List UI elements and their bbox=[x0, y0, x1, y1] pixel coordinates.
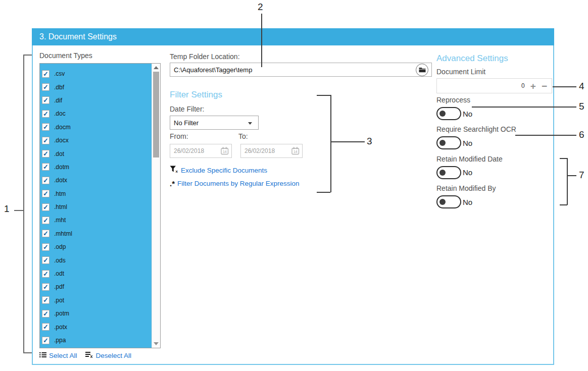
list-item[interactable]: ✓.dotx bbox=[40, 174, 152, 187]
toggle-switch-off[interactable] bbox=[436, 166, 461, 179]
checkbox-checked-icon[interactable]: ✓ bbox=[42, 256, 50, 264]
callout-line bbox=[23, 55, 32, 56]
browse-folder-button[interactable] bbox=[416, 64, 428, 76]
checkbox-checked-icon[interactable]: ✓ bbox=[42, 96, 50, 104]
checkbox-checked-icon[interactable]: ✓ bbox=[42, 217, 50, 224]
callout-6-number: 6 bbox=[579, 129, 584, 140]
callout-line bbox=[331, 141, 365, 142]
svg-text:14: 14 bbox=[223, 150, 227, 153]
checkbox-checked-icon[interactable]: ✓ bbox=[42, 323, 50, 331]
list-item-label: .mhtml bbox=[54, 230, 72, 237]
callout-line bbox=[567, 158, 568, 205]
list-item[interactable]: ✓.html bbox=[40, 200, 152, 214]
list-item-label: .dot bbox=[54, 150, 64, 157]
scroll-down-icon[interactable] bbox=[154, 342, 159, 345]
document-limit-value: 0 bbox=[521, 82, 525, 89]
checkbox-checked-icon[interactable]: ✓ bbox=[42, 310, 50, 317]
list-item[interactable]: ✓.dbf bbox=[40, 80, 152, 93]
checkbox-checked-icon[interactable]: ✓ bbox=[42, 83, 50, 91]
toggle-state: No bbox=[463, 168, 472, 177]
checkbox-checked-icon[interactable]: ✓ bbox=[42, 337, 50, 344]
toggle-label: Retain Modified By bbox=[436, 184, 563, 192]
deselect-all-link[interactable]: x Deselect All bbox=[85, 351, 132, 359]
list-item[interactable]: ✓.potm bbox=[40, 307, 152, 320]
list-item-label: .csv bbox=[54, 70, 65, 77]
date-filter-label: Date Filter: bbox=[170, 105, 204, 113]
temp-folder-input[interactable] bbox=[170, 63, 432, 77]
list-item[interactable]: ✓.odp bbox=[40, 240, 152, 253]
document-types-list[interactable]: ✓.csv✓.dbf✓.dif✓.doc✓.docm✓.docx✓.dot✓.d… bbox=[39, 63, 161, 348]
list-item[interactable]: ✓.mht bbox=[40, 214, 152, 227]
checkbox-checked-icon[interactable]: ✓ bbox=[42, 110, 50, 118]
checkbox-checked-icon[interactable]: ✓ bbox=[42, 123, 50, 131]
checkbox-checked-icon[interactable]: ✓ bbox=[42, 177, 50, 184]
list-item-label: .dbf bbox=[54, 84, 64, 91]
checkbox-checked-icon[interactable]: ✓ bbox=[42, 70, 50, 78]
callout-line bbox=[261, 14, 262, 67]
checkbox-checked-icon[interactable]: ✓ bbox=[42, 137, 50, 144]
toggle-switch-off[interactable] bbox=[436, 136, 461, 149]
checkbox-checked-icon[interactable]: ✓ bbox=[42, 203, 50, 211]
list-item-label: .docm bbox=[54, 124, 71, 131]
checkbox-checked-icon[interactable]: ✓ bbox=[42, 296, 50, 304]
list-item[interactable]: ✓.htm bbox=[40, 187, 152, 200]
callout-line bbox=[553, 86, 576, 87]
temp-folder-label: Temp Folder Location: bbox=[170, 52, 240, 61]
toggle-knob bbox=[439, 170, 446, 176]
regex-icon: .* bbox=[170, 181, 175, 187]
decrement-icon[interactable]: − bbox=[542, 81, 547, 91]
document-types-selection: ✓.csv✓.dbf✓.dif✓.doc✓.docm✓.docx✓.dot✓.d… bbox=[40, 64, 152, 348]
checkbox-checked-icon[interactable]: ✓ bbox=[42, 163, 50, 171]
toggle-switch-off[interactable] bbox=[436, 195, 461, 208]
scrollbar-thumb[interactable] bbox=[153, 72, 159, 157]
list-item-label: .odp bbox=[54, 243, 66, 250]
callout-7-number: 7 bbox=[579, 170, 584, 181]
toggle-row: ReprocessNo bbox=[436, 96, 563, 120]
select-all-link[interactable]: Select All bbox=[39, 351, 77, 359]
list-item[interactable]: ✓.pot bbox=[40, 294, 152, 307]
list-item[interactable]: ✓.dotm bbox=[40, 161, 152, 174]
list-item-label: .dotm bbox=[54, 164, 69, 171]
regex-filter-link[interactable]: .* Filter Documents by Regular Expressio… bbox=[170, 180, 300, 187]
scrollbar[interactable] bbox=[152, 64, 160, 348]
checkbox-checked-icon[interactable]: ✓ bbox=[42, 190, 50, 197]
checkbox-checked-icon[interactable]: ✓ bbox=[42, 283, 50, 291]
list-item[interactable]: ✓.docm bbox=[40, 121, 152, 134]
list-item[interactable]: ✓.potx bbox=[40, 320, 152, 333]
exclude-documents-link[interactable]: x Exclude Specific Documents bbox=[170, 166, 267, 175]
toggle-label: Require Searchlight OCR bbox=[436, 125, 563, 133]
toggle-state: No bbox=[463, 139, 472, 147]
list-item-label: .potm bbox=[54, 310, 69, 317]
list-item[interactable]: ✓.odt bbox=[40, 267, 152, 280]
panel-header: 3. Document Settings bbox=[32, 28, 554, 45]
toggle-knob bbox=[439, 199, 446, 205]
callout-line bbox=[472, 107, 576, 108]
toggle-row: Retain Modified ByNo bbox=[436, 184, 563, 208]
list-item[interactable]: ✓.docx bbox=[40, 134, 152, 147]
list-item[interactable]: ✓.ppam bbox=[40, 347, 152, 348]
document-limit-stepper[interactable]: 0 + − bbox=[436, 78, 552, 93]
list-item[interactable]: ✓.ppa bbox=[40, 334, 152, 347]
checkbox-checked-icon[interactable]: ✓ bbox=[42, 150, 50, 157]
toggle-switch-off[interactable] bbox=[436, 107, 461, 120]
scroll-up-icon[interactable] bbox=[154, 66, 159, 69]
list-item[interactable]: ✓.csv bbox=[40, 67, 152, 80]
select-all-icon bbox=[39, 352, 46, 359]
checkbox-checked-icon[interactable]: ✓ bbox=[42, 230, 50, 237]
list-item[interactable]: ✓.dif bbox=[40, 94, 152, 107]
deselect-all-icon: x bbox=[85, 351, 93, 359]
list-item[interactable]: ✓.mhtml bbox=[40, 227, 152, 240]
callout-line bbox=[567, 175, 576, 176]
date-filter-dropdown[interactable]: No Filter bbox=[170, 116, 259, 130]
checkbox-checked-icon[interactable]: ✓ bbox=[42, 270, 50, 278]
list-item[interactable]: ✓.pdf bbox=[40, 280, 152, 293]
toggle-row: Require Searchlight OCRNo bbox=[436, 125, 563, 149]
list-item-label: .ods bbox=[54, 257, 66, 264]
increment-icon[interactable]: + bbox=[530, 81, 536, 91]
checkbox-checked-icon[interactable]: ✓ bbox=[42, 243, 50, 251]
list-item[interactable]: ✓.doc bbox=[40, 107, 152, 120]
list-item[interactable]: ✓.dot bbox=[40, 147, 152, 160]
list-item-label: .ppa bbox=[54, 337, 66, 344]
callout-line bbox=[317, 95, 330, 96]
list-item[interactable]: ✓.ods bbox=[40, 253, 152, 267]
